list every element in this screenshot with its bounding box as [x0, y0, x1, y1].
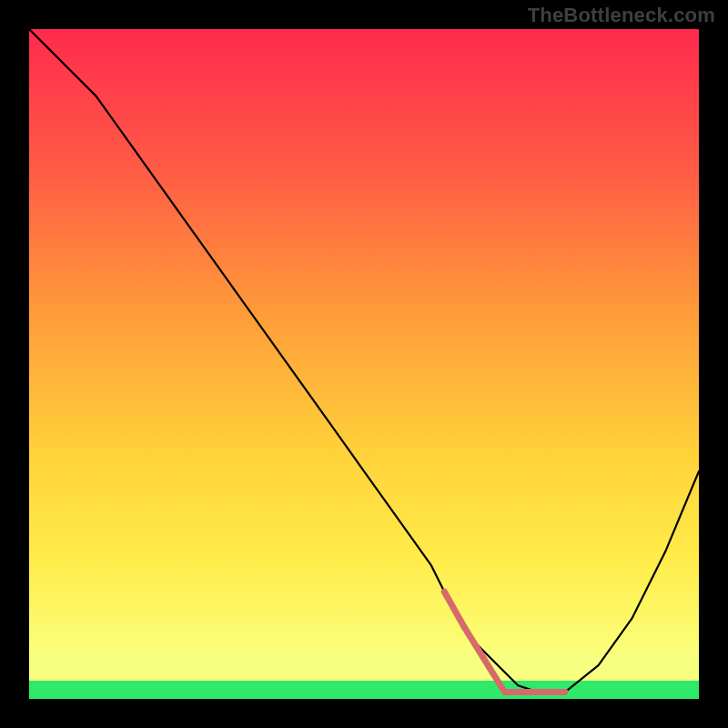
pale-yellow-band	[29, 653, 699, 681]
watermark-text: TheBottleneck.com	[528, 4, 715, 27]
chart-frame: TheBottleneck.com	[0, 0, 728, 728]
chart-svg	[29, 29, 699, 699]
green-band	[29, 681, 699, 699]
plot-area	[29, 29, 699, 699]
gradient-background	[29, 29, 699, 653]
